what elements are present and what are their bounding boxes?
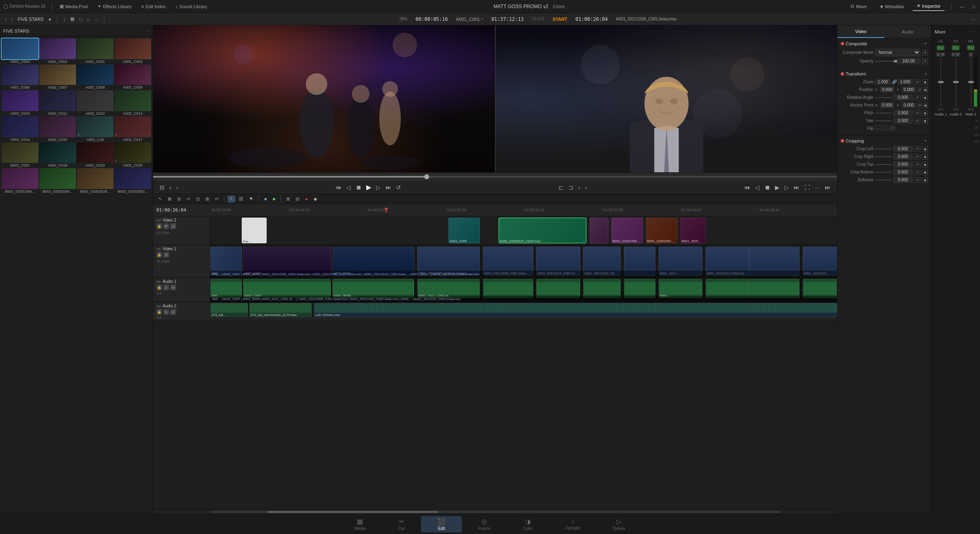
opacity-slider[interactable] — [875, 61, 895, 62]
out-point-btn[interactable]: ⊐ — [567, 183, 575, 191]
a1-m-btn[interactable]: M — [940, 52, 945, 57]
list-item[interactable]: A002_C013 — [114, 90, 151, 116]
jog-left-btn[interactable]: ‹ — [168, 183, 173, 191]
filmstrip-btn[interactable]: □ — [78, 16, 84, 22]
softness-keyframe-btn[interactable]: ◆ — [922, 177, 928, 183]
anchor-reset-btn[interactable]: ↺ — [918, 102, 922, 108]
record-btn[interactable]: ● — [303, 196, 310, 202]
softness-slider[interactable] — [875, 180, 891, 180]
step-back-btn[interactable]: ◁ — [345, 183, 352, 191]
snap-btn[interactable]: ⊟ — [294, 196, 301, 202]
source-monitor[interactable] — [153, 25, 495, 172]
sort-btn[interactable]: ● — [47, 16, 53, 22]
inspector-tab-btn[interactable]: ✕ Inspector — [913, 2, 944, 11]
list-item[interactable]: A002_C009 — [114, 65, 151, 90]
yaw-value[interactable]: 0.000 — [893, 118, 913, 124]
slip-tool[interactable]: ⊡ — [194, 196, 202, 202]
eq-m1-btn[interactable]: EQ — [967, 45, 975, 50]
list-item[interactable]: ♪ A002_C16 — [77, 116, 114, 142]
zoom-reset-btn[interactable]: ↺ — [915, 79, 920, 85]
pg-last-btn[interactable]: ⏭ — [823, 183, 832, 191]
table-row[interactable]: B001_03301946... — [611, 218, 643, 243]
list-item[interactable]: A002_C019 — [77, 142, 114, 168]
anchor-y-value[interactable]: 0.000 — [902, 102, 916, 108]
table-row[interactable]: Pop... — [242, 218, 267, 243]
flag-btn[interactable]: ⚑ — [247, 196, 255, 202]
pg-play-btn[interactable]: ▶ — [773, 183, 781, 191]
go-start-btn[interactable]: ⏮ — [334, 183, 343, 191]
crop-top-reset-btn[interactable]: ↺ — [915, 162, 920, 167]
pos-keyframe-btn[interactable]: ◆ — [924, 87, 928, 93]
color-b-btn[interactable]: ■ — [271, 196, 278, 202]
jog-right2-btn[interactable]: › — [584, 183, 589, 191]
list-item[interactable]: A002_C014 — [2, 116, 38, 142]
track-v1-lock-btn[interactable]: 🔒 — [156, 252, 162, 258]
softness-reset-btn[interactable]: ↺ — [915, 177, 920, 183]
track-a2-lock-btn[interactable]: 🔒 — [156, 309, 162, 315]
crop-left-value[interactable]: 0.000 — [893, 146, 913, 152]
flip-reset-btn[interactable]: ↺ — [890, 125, 895, 131]
m1-s-btn[interactable]: S — [969, 52, 973, 57]
list-item[interactable]: A002_C012 — [77, 90, 114, 116]
pitch-slider[interactable] — [875, 113, 891, 113]
pg-go-start-btn[interactable]: ⏮ — [743, 183, 752, 191]
nav-deliver[interactable]: ▷ Deliver — [597, 516, 642, 532]
table-row[interactable]: B001_03302052... — [646, 218, 677, 243]
yaw-keyframe-btn[interactable]: ◆ — [922, 118, 928, 124]
toolbar-more-btn[interactable]: ··· — [970, 16, 977, 22]
stop-btn[interactable]: ⏹ — [354, 183, 363, 191]
crop-top-value[interactable]: 0.000 — [893, 161, 913, 167]
table-row[interactable]: A002_B008 — [332, 279, 414, 298]
nav-media[interactable]: ▦ Media — [338, 516, 382, 532]
list-item[interactable]: B002_03302052... — [114, 168, 151, 194]
list-item[interactable]: B001_03302028... — [77, 168, 114, 194]
table-row[interactable]: 373_full_new-frontier_0175.wav — [249, 303, 312, 317]
crop-left-slider[interactable] — [875, 149, 891, 149]
rot-keyframe-btn[interactable]: ◆ — [922, 95, 928, 100]
yaw-reset-btn[interactable]: ↺ — [915, 118, 920, 124]
monitor-toggle-btn[interactable]: ⊟ — [158, 183, 166, 191]
crop-top-slider[interactable] — [875, 164, 891, 165]
arrow-tool[interactable]: ↖ — [156, 196, 164, 202]
nav-fusion[interactable]: ◎ Fusion — [462, 516, 507, 532]
list-item[interactable]: A002_C018 — [39, 142, 76, 168]
crop-bottom-value[interactable]: 0.000 — [893, 169, 913, 175]
list-item[interactable]: ♪ A002_C020 — [114, 142, 151, 168]
opacity-value[interactable]: 100.00 — [897, 58, 921, 64]
audio-mode-btn[interactable]: ≣ — [284, 196, 292, 202]
pos-x-value[interactable]: 0.000 — [880, 87, 894, 93]
table-row[interactable]: A001_C005 — [448, 218, 480, 243]
list-item[interactable]: A001_C001 — [77, 38, 114, 64]
table-row[interactable] — [706, 279, 749, 298]
list-item[interactable]: B001_C001 — [2, 142, 38, 168]
retime-tool[interactable]: ⏎ — [213, 196, 220, 202]
list-item[interactable]: A002_C015 — [39, 116, 76, 142]
table-row[interactable]: LAS VEGAS.mov — [314, 303, 837, 317]
grid-view-btn[interactable]: ▦ — [69, 16, 76, 22]
table-row[interactable]: A001_0211_C001.br... — [417, 279, 480, 298]
track-v1-vis-btn[interactable]: ⊡ — [163, 252, 169, 258]
composite-mode-reset-btn[interactable]: ↺ — [922, 50, 928, 56]
pg-more-btn[interactable]: ··· — [813, 183, 822, 191]
flip-h-btn[interactable]: ↔ — [875, 125, 881, 131]
in-point-btn[interactable]: ⊏ — [557, 183, 565, 191]
list-item[interactable]: B001_03301946... — [2, 168, 38, 194]
trim-tool[interactable]: ⊠ — [166, 196, 174, 202]
table-row[interactable]: A002_C007 — [243, 279, 331, 298]
program-monitor[interactable] — [496, 25, 837, 172]
tab-media-pool[interactable]: ▦ Media Pool — [56, 2, 92, 11]
pg-fullscreen-btn[interactable]: ⛶ — [803, 183, 812, 191]
track-a2-m-btn[interactable]: M — [170, 309, 176, 315]
list-item[interactable]: A002_C007 — [39, 65, 76, 90]
play-btn[interactable]: ▶ — [365, 182, 373, 192]
crop-right-slider[interactable] — [875, 156, 891, 157]
transform-collapse-btn[interactable]: ▾ — [923, 71, 928, 76]
list-item[interactable]: A001_C006 — [2, 65, 38, 90]
table-row[interactable] — [590, 218, 608, 243]
rotation-value[interactable]: 0.000 — [893, 94, 913, 100]
table-row[interactable] — [749, 279, 800, 298]
jog-left2-btn[interactable]: ‹ — [577, 183, 582, 191]
eq-a1-btn[interactable]: EQ — [937, 45, 944, 50]
tab-sound-library[interactable]: ♪ Sound Library — [172, 2, 212, 11]
list-item[interactable]: ♪ A002_C017 — [114, 116, 151, 142]
